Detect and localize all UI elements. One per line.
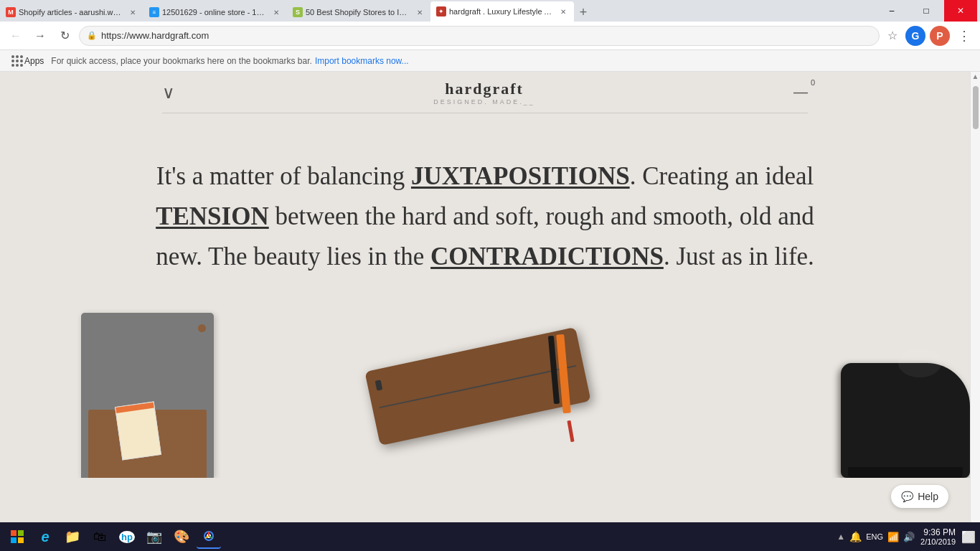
forward-button[interactable]: → [30,26,50,46]
website-content: ∨ hardgraft DESIGNED. MADE.__ — 0 It's a… [0,72,970,522]
tray-expand-icon[interactable]: ▲ [837,532,845,542]
tab-wpc-title: 12501629 - online store - 10 Un... [162,8,267,17]
url-text: https://www.hardgraft.com [101,30,872,41]
folder-icon: 📁 [65,529,80,545]
url-bar[interactable]: 🔒 https://www.hardgraft.com [79,26,880,46]
hg-logo-subtext: DESIGNED. MADE.__ [433,98,535,105]
taskbar-time[interactable]: 9:36 PM 2/10/2019 [920,527,956,546]
chrome-icon [202,529,216,543]
help-label: Help [918,491,938,502]
tabs-area: M Shopify articles - aarushi.wpc@g ✕ ≡ 1… [0,0,875,22]
bookmarks-hint-text: For quick access, place your bookmarks h… [51,56,312,66]
import-bookmarks-link[interactable]: Import bookmarks now... [315,56,409,66]
product-3-slot[interactable] [676,306,970,478]
paint-taskbar-icon[interactable]: 🎨 [169,524,194,549]
hg-logo: hardgraft DESIGNED. MADE.__ [433,80,535,105]
bookmarks-bar: Apps For quick access, place your bookma… [0,50,980,72]
scrollbar[interactable]: ▲ [970,72,980,522]
minimize-button[interactable]: – [875,0,908,22]
boot-shape [841,363,970,478]
felt-button [198,324,206,332]
ie-icon: e [41,529,49,545]
tab-hardgraft-close[interactable]: ✕ [558,6,568,17]
product-3-boot [798,320,970,478]
notification-icon[interactable]: 🔔 [849,531,862,542]
product-1-slot[interactable] [0,306,294,478]
taskbar-right: ▲ 🔔 ENG 📶 🔊 9:36 PM 2/10/2019 ⬜ [837,527,976,546]
user-profile-button[interactable]: P [930,26,950,46]
hg-logo-text: hardgraft [433,80,535,98]
hp-taskbar-icon[interactable]: hp [115,524,139,549]
apps-grid-icon [11,55,22,67]
maximize-button[interactable]: □ [910,0,943,22]
wifi-icon[interactable]: 📶 [887,532,899,542]
tension-word: TENSION [156,202,269,230]
help-button[interactable]: 💬 Help [891,485,948,508]
products-row [0,306,970,478]
boot-highlight [898,349,941,377]
scrollbar-thumb[interactable] [973,86,979,129]
hp-icon: hp [119,531,135,543]
card-in-pocket [115,402,161,461]
clock-date: 2/10/2019 [920,537,956,546]
svg-rect-0 [11,530,17,536]
svg-rect-1 [18,530,24,536]
action-center-icon[interactable]: ⬜ [961,530,976,544]
ie-taskbar-icon[interactable]: e [33,524,57,549]
cart-button[interactable]: — 0 [793,84,808,100]
svg-rect-2 [11,537,17,543]
red-accent [567,420,574,442]
product-2-pencil-case [370,320,600,463]
hg-nav-wrapper: ∨ hardgraft DESIGNED. MADE.__ — 0 [0,72,970,113]
menu-toggle-button[interactable]: ∨ [162,83,175,103]
svg-rect-3 [18,537,24,543]
apps-button[interactable]: Apps [7,54,48,68]
tab-shopify-title: 50 Best Shopify Stores to Inspire [306,8,410,17]
product-1-felt-case [75,313,219,478]
tab-hardgraft-title: hardgraft . Luxury Lifestyle Acce... [449,7,554,16]
taskbar-left: e 📁 🛍 hp 📷 🎨 [4,524,221,550]
product-2-slot[interactable] [294,306,677,478]
tab-hardgraft[interactable]: ✦ hardgraft . Luxury Lifestyle Acce... ✕ [430,1,574,22]
tab-shopify-close[interactable]: ✕ [415,7,425,17]
windows-logo-icon [11,530,24,543]
chrome-menu-button[interactable]: ⋮ [954,26,974,46]
chrome-taskbar-icon[interactable] [197,524,221,549]
camera-taskbar-icon[interactable]: 📷 [142,524,166,549]
refresh-button[interactable]: ↻ [55,26,75,46]
tab-shopify[interactable]: S 50 Best Shopify Stores to Inspire ✕ [287,3,430,22]
cart-count: 0 [811,78,815,87]
volume-icon[interactable]: 🔊 [903,532,915,542]
new-tab-button[interactable]: + [574,3,593,22]
close-button[interactable]: ✕ [944,0,977,22]
google-account-button[interactable]: G [905,26,925,46]
camera-icon: 📷 [146,529,162,545]
explorer-taskbar-icon[interactable]: 📁 [60,524,85,549]
pinwheel-icon: 🎨 [174,529,189,545]
start-button[interactable] [4,524,30,550]
help-icon: 💬 [901,491,913,502]
scroll-up-button[interactable]: ▲ [972,73,979,79]
tab-gmail-title: Shopify articles - aarushi.wpc@g [19,8,123,17]
store-icon: 🛍 [93,529,106,545]
wpc-favicon: ≡ [149,7,159,17]
hg-nav: ∨ hardgraft DESIGNED. MADE.__ — 0 [162,72,808,113]
gmail-favicon: M [6,7,16,17]
browser-content-wrapper: ∨ hardgraft DESIGNED. MADE.__ — 0 It's a… [0,72,980,522]
hardgraft-favicon: ✦ [436,6,446,17]
back-button[interactable]: ← [6,26,26,46]
tab-gmail[interactable]: M Shopify articles - aarushi.wpc@g ✕ [0,3,143,22]
store-taskbar-icon[interactable]: 🛍 [88,524,112,549]
tab-gmail-close[interactable]: ✕ [128,7,138,17]
tab-wpc[interactable]: ≡ 12501629 - online store - 10 Un... ✕ [143,3,287,22]
bookmark-button[interactable]: ☆ [884,27,901,44]
keyboard-icon[interactable]: ENG [866,532,883,541]
taskbar: e 📁 🛍 hp 📷 🎨 ▲ 🔔 [0,522,980,551]
shopify-favicon: S [293,7,303,17]
boot-sole [848,467,963,478]
hero-text: It's a matter of balancing JUXTAPOSITION… [72,156,898,277]
title-bar: M Shopify articles - aarushi.wpc@g ✕ ≡ 1… [0,0,980,22]
contradictions-word: CONTRADICTIONS [430,242,664,270]
tab-wpc-close[interactable]: ✕ [271,7,281,17]
window-controls: – □ ✕ [875,0,980,22]
